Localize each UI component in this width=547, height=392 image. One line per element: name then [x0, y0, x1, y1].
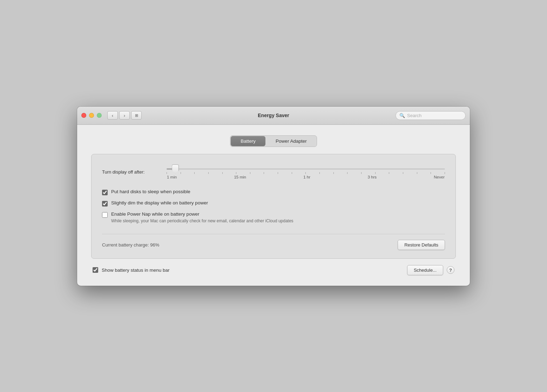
- tab-battery[interactable]: Battery: [231, 136, 265, 146]
- dim-display-checkbox[interactable]: [102, 201, 108, 207]
- dim-display-label[interactable]: Slightly dim the display while on batter…: [111, 200, 208, 205]
- tab-power-adapter[interactable]: Power Adapter: [266, 136, 317, 147]
- slider-row: Turn display off after:: [102, 165, 445, 179]
- search-icon: 🔍: [399, 113, 405, 118]
- show-battery-row: Show battery status in menu bar: [93, 267, 170, 273]
- titlebar: ‹ › ⊞ Energy Saver 🔍: [77, 107, 470, 125]
- checkbox-dim-display-row: Slightly dim the display while on batter…: [102, 200, 445, 207]
- show-battery-checkbox[interactable]: [93, 267, 98, 273]
- energy-saver-window: ‹ › ⊞ Energy Saver 🔍 Battery Power Adapt…: [77, 107, 470, 286]
- close-button[interactable]: [81, 113, 86, 118]
- power-nap-label[interactable]: Enable Power Nap while on battery power: [111, 211, 199, 217]
- schedule-button[interactable]: Schedule...: [407, 265, 443, 275]
- tick-never: Never: [434, 175, 445, 179]
- checkbox-hard-disks-row: Put hard disks to sleep when possible: [102, 189, 445, 195]
- back-button[interactable]: ‹: [107, 111, 118, 120]
- show-battery-label[interactable]: Show battery status in menu bar: [102, 268, 170, 273]
- tick-1hr: 1 hr: [303, 175, 310, 179]
- window-title: Energy Saver: [258, 113, 289, 118]
- maximize-button[interactable]: [97, 113, 102, 118]
- tick-1min: 1 min: [167, 175, 177, 179]
- nav-buttons: ‹ ›: [107, 111, 130, 120]
- tick-15min: 15 min: [234, 175, 246, 179]
- power-nap-sublabel: While sleeping, your Mac can periodicall…: [111, 218, 445, 223]
- slider-label: Turn display off after:: [102, 169, 162, 175]
- hard-disks-label[interactable]: Put hard disks to sleep when possible: [111, 189, 190, 194]
- checkbox-power-nap-block: Enable Power Nap while on battery power …: [102, 211, 445, 223]
- tabs: Battery Power Adapter: [230, 135, 317, 147]
- slider-tick-labels: 1 min 15 min 1 hr 3 hrs Never: [167, 175, 445, 179]
- bottom-right-buttons: Schedule... ?: [407, 265, 454, 275]
- traffic-lights: [81, 113, 102, 118]
- outer-bottom: Show battery status in menu bar Schedule…: [91, 265, 456, 275]
- battery-charge-info: Current battery charge: 96%: [102, 242, 159, 248]
- tabs-container: Battery Power Adapter: [91, 135, 456, 147]
- display-sleep-slider[interactable]: [167, 168, 445, 170]
- power-nap-checkbox[interactable]: [102, 212, 108, 218]
- minimize-button[interactable]: [89, 113, 94, 118]
- tick-3hrs: 3 hrs: [367, 175, 377, 179]
- search-box: 🔍: [396, 111, 466, 120]
- slider-container: 1 min 15 min 1 hr 3 hrs Never: [167, 165, 445, 179]
- checkbox-group: Put hard disks to sleep when possible Sl…: [102, 189, 445, 223]
- inner-panel: Turn display off after:: [91, 154, 456, 259]
- forward-button[interactable]: ›: [119, 111, 130, 120]
- search-input[interactable]: [407, 113, 460, 118]
- content-area: Battery Power Adapter Turn display off a…: [77, 125, 470, 286]
- hard-disks-checkbox[interactable]: [102, 190, 108, 195]
- help-button[interactable]: ?: [447, 266, 454, 274]
- slider-section: Turn display off after:: [102, 165, 445, 179]
- inner-panel-bottom: Current battery charge: 96% Restore Defa…: [102, 234, 445, 250]
- restore-defaults-button[interactable]: Restore Defaults: [398, 240, 445, 250]
- grid-button[interactable]: ⊞: [131, 111, 142, 120]
- checkbox-power-nap-row: Enable Power Nap while on battery power: [102, 211, 445, 218]
